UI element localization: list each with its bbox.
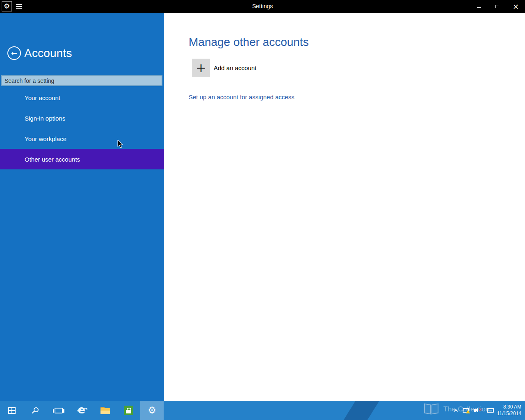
store-button[interactable] — [117, 401, 140, 420]
taskbar-buttons: e ⚙ — [0, 401, 164, 420]
system-tray: × — [454, 401, 494, 420]
minimize-icon — [477, 7, 481, 8]
sidebar-item-sign-in-options[interactable]: Sign-in options — [0, 108, 164, 128]
settings-window: ⚙ Settings × ← Accounts — [0, 0, 525, 420]
search-icon — [34, 407, 39, 412]
task-view-button[interactable] — [47, 401, 70, 420]
search-input[interactable] — [1, 75, 162, 86]
back-header: ← Accounts — [7, 46, 72, 60]
restore-button[interactable] — [488, 0, 507, 13]
restore-icon — [495, 5, 499, 8]
folder-icon — [100, 408, 110, 414]
search-button[interactable] — [23, 401, 47, 420]
windows-logo-icon — [8, 407, 16, 414]
minimize-button[interactable] — [470, 0, 488, 13]
network-warning-icon[interactable] — [463, 408, 469, 413]
clock-date: 11/15/2014 — [497, 410, 521, 417]
wallpaper-beam — [342, 401, 381, 420]
assigned-access-link[interactable]: Set up an account for assigned access — [189, 94, 294, 100]
sidebar-item-label: Your workplace — [25, 135, 66, 142]
mute-x-icon: × — [478, 407, 482, 412]
titlebar: ⚙ Settings × — [0, 0, 525, 13]
store-icon — [124, 406, 133, 415]
sidebar-item-other-user-accounts[interactable]: Other user accounts — [0, 149, 164, 169]
taskbar-clock[interactable]: 8:30 AM 11/15/2014 — [497, 404, 521, 417]
internet-explorer-button[interactable]: e — [70, 401, 94, 420]
watermark-logo-icon — [423, 403, 440, 416]
plus-icon: + — [192, 59, 210, 77]
close-button[interactable]: × — [507, 0, 525, 13]
sidebar-nav: Your account Sign-in options Your workpl… — [0, 87, 164, 169]
sidebar-item-label: Other user accounts — [25, 156, 80, 163]
sidebar: ← Accounts Your account Sign-in options … — [0, 13, 164, 401]
hidden-icons-chevron-icon[interactable] — [454, 409, 458, 413]
window-title: Settings — [0, 0, 525, 13]
settings-taskbar-button[interactable]: ⚙ — [140, 401, 164, 420]
page-title: Accounts — [24, 47, 72, 60]
sidebar-item-your-account[interactable]: Your account — [0, 87, 164, 108]
add-account-label: Add an account — [214, 64, 256, 71]
clock-time: 8:30 AM — [497, 404, 521, 410]
add-account-button[interactable]: + Add an account — [192, 59, 256, 77]
volume-muted-icon[interactable]: × — [474, 408, 482, 413]
task-view-icon — [55, 408, 63, 413]
window-controls: × — [470, 0, 525, 13]
gear-icon: ⚙ — [148, 406, 156, 415]
sidebar-item-your-workplace[interactable]: Your workplace — [0, 128, 164, 149]
sidebar-item-label: Sign-in options — [25, 115, 65, 122]
back-arrow-icon: ← — [11, 49, 17, 57]
file-explorer-button[interactable] — [94, 401, 117, 420]
close-icon: × — [513, 3, 519, 10]
back-button[interactable]: ← — [7, 46, 21, 60]
sidebar-item-label: Your account — [25, 94, 60, 101]
internet-explorer-icon: e — [77, 405, 87, 416]
content-title: Manage other accounts — [189, 36, 309, 49]
main-content: Manage other accounts + Add an account S… — [164, 13, 525, 401]
start-button[interactable] — [0, 401, 23, 420]
touch-keyboard-icon[interactable] — [487, 408, 494, 413]
taskbar: e ⚙ The Collection × — [0, 401, 525, 420]
